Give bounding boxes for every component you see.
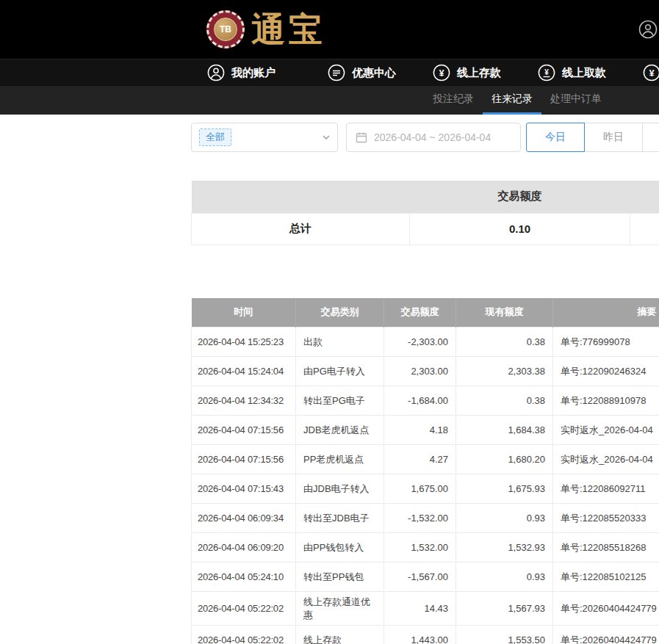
tab-label: 往来记录: [491, 93, 533, 106]
table-cell: 单号:122090246324: [553, 357, 659, 386]
withdraw-icon: ¥: [538, 64, 555, 82]
table-cell: 由PG电子转入: [296, 357, 384, 386]
col-header-time: 时间: [192, 298, 296, 328]
table-cell: 2026-04-04 12:34:32: [192, 386, 296, 416]
table-cell: 单号:122085520333: [553, 504, 659, 533]
summary-total-label: 总计: [192, 213, 410, 245]
site-logo[interactable]: TB 通宝: [206, 8, 326, 51]
table-cell: 2,303.00: [384, 357, 456, 386]
nav-item-clipped[interactable]: ¥: [643, 64, 659, 82]
table-row: 2026-04-04 07:15:43由JDB电子转入1,675.001,675…: [192, 474, 659, 504]
table-cell: 由JDB电子转入: [296, 474, 384, 504]
table-cell: 0.93: [456, 504, 553, 533]
summary-total-row: 总计 0.10: [192, 213, 659, 245]
nav-item-promo-center[interactable]: 优惠中心: [328, 64, 396, 82]
calendar-icon: [356, 131, 367, 143]
content-area: 全部 2026-04-04 ~ 2026-04-04 今日 昨日 近7日: [191, 115, 659, 644]
table-row: 2026-04-04 05:22:02线上存款通道优惠14.431,567.93…: [192, 592, 659, 626]
table-row: 2026-04-04 12:34:32转出至PG电子-1,684.000.38单…: [192, 386, 659, 416]
table-cell: -1,684.00: [384, 386, 456, 416]
table-cell: -1,532.00: [384, 504, 456, 533]
table-cell: 由PP钱包转入: [296, 533, 384, 562]
top-header: TB 通宝: [0, 0, 659, 59]
today-button[interactable]: 今日: [526, 123, 585, 152]
promo-icon: [328, 64, 345, 82]
table-cell: 单号:776999078: [553, 328, 659, 357]
table-cell: PP老虎机返点: [296, 445, 384, 474]
table-cell: 2026-04-04 07:15:56: [192, 416, 296, 445]
table-row: 2026-04-04 07:15:56JDB老虎机返点4.181,684.38实…: [192, 416, 659, 445]
table-cell: 2026-04-04 05:22:02: [192, 592, 296, 626]
table-cell: 2026-04-04 15:25:23: [192, 328, 296, 357]
col-header-type: 交易类别: [296, 298, 384, 328]
transactions-header-row: 时间 交易类别 交易额度 现有额度 摘要: [192, 298, 659, 328]
coin-icon: ¥: [643, 64, 659, 82]
svg-text:¥: ¥: [544, 68, 549, 76]
summary-table: 交易额度 总计 0.10: [191, 181, 659, 245]
table-cell: 1,675.93: [456, 474, 553, 504]
main-nav: 我的账户 优惠中心 ¥ 线上存款 ¥ 线上取款: [0, 59, 659, 86]
table-row: 2026-04-04 05:22:02线上存款1,443.001,553.50单…: [192, 626, 659, 644]
user-avatar-button[interactable]: [638, 20, 658, 39]
table-cell: 2026-04-04 06:09:20: [192, 533, 296, 562]
col-header-amount: 交易额度: [384, 298, 456, 328]
table-cell: 转出至PG电子: [296, 386, 384, 416]
transactions-tbody: 2026-04-04 15:25:23出款-2,303.000.38单号:776…: [192, 328, 659, 644]
page: TB 通宝 我的账户 优惠中心: [0, 0, 659, 644]
table-cell: 1,443.00: [384, 626, 456, 644]
date-range-input[interactable]: 2026-04-04 ~ 2026-04-04: [346, 123, 521, 152]
tab-label: 投注纪录: [433, 93, 474, 106]
table-cell: 转出至JDB电子: [296, 504, 384, 533]
summary-total-clipped: [630, 213, 659, 245]
table-row: 2026-04-04 07:15:56PP老虎机返点4.271,680.20实时…: [192, 445, 659, 474]
nav-item-label: 我的账户: [231, 66, 276, 80]
svg-text:¥: ¥: [649, 68, 655, 79]
date-range-value: 2026-04-04 ~ 2026-04-04: [374, 131, 491, 143]
deposit-icon: ¥: [433, 64, 450, 82]
table-cell: 4.27: [384, 445, 456, 474]
table-cell: 4.18: [384, 416, 456, 445]
logo-title: 通宝: [251, 12, 326, 46]
table-cell: 出款: [296, 328, 384, 357]
table-cell: 单号:122088910978: [553, 386, 659, 416]
nav-item-label: 线上存款: [457, 66, 501, 80]
table-row: 2026-04-04 15:24:04由PG电子转入2,303.002,303.…: [192, 357, 659, 386]
table-cell: 线上存款通道优惠: [296, 592, 384, 626]
table-cell: 2026-04-04 05:24:10: [192, 562, 296, 592]
table-row: 2026-04-04 06:09:20由PP钱包转入1,532.001,532.…: [192, 533, 659, 562]
user-icon: [638, 20, 658, 39]
table-cell: 单号:122085102125: [553, 562, 659, 592]
last-7-days-button[interactable]: 近7日: [642, 123, 659, 152]
tab-bet-records[interactable]: 投注纪录: [424, 86, 483, 115]
nav-item-deposit[interactable]: ¥ 线上存款: [433, 64, 501, 82]
selected-type-tag: 全部: [199, 129, 231, 146]
table-cell: 转出至PP钱包: [296, 562, 384, 592]
table-row: 2026-04-04 06:09:34转出至JDB电子-1,532.000.93…: [192, 504, 659, 533]
table-cell: 线上存款: [296, 626, 384, 644]
col-header-summary: 摘要: [553, 298, 659, 328]
nav-item-label: 优惠中心: [352, 66, 396, 80]
svg-text:¥: ¥: [439, 68, 444, 79]
nav-item-my-account[interactable]: 我的账户: [207, 64, 276, 82]
record-subnav: 投注纪录 往来记录 处理中订单: [0, 86, 659, 115]
table-cell: JDB老虎机返点: [296, 416, 384, 445]
table-cell: 0.38: [456, 328, 553, 357]
table-cell: -1,567.00: [384, 562, 456, 592]
table-cell: 实时返水_2026-04-04: [553, 445, 659, 474]
tab-processing-orders[interactable]: 处理中订单: [541, 86, 611, 115]
summary-header-amount: 交易额度: [410, 181, 630, 213]
yesterday-button[interactable]: 昨日: [584, 123, 643, 152]
nav-item-withdraw[interactable]: ¥ 线上取款: [538, 64, 606, 82]
summary-total-value: 0.10: [410, 213, 630, 245]
table-cell: 单号:122086092711: [553, 474, 659, 504]
table-cell: 1,553.50: [456, 626, 553, 644]
summary-header-empty: [192, 181, 410, 213]
tab-transaction-records[interactable]: 往来记录: [483, 86, 541, 115]
chevron-down-icon: [323, 135, 330, 140]
table-cell: 单号:20260404424779: [553, 626, 659, 644]
transaction-type-select[interactable]: 全部: [191, 123, 338, 152]
table-cell: 2026-04-04 07:15:43: [192, 474, 296, 504]
table-cell: -2,303.00: [384, 328, 456, 357]
table-cell: 2,303.38: [456, 357, 553, 386]
tab-label: 处理中订单: [550, 93, 602, 106]
